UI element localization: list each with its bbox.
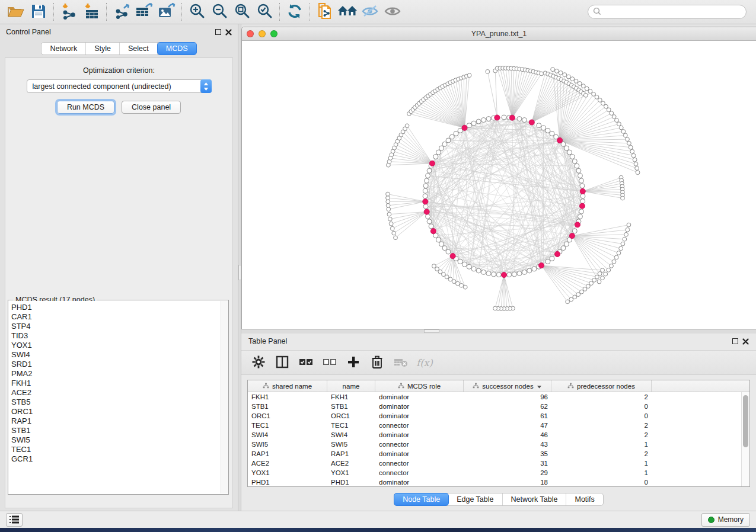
network-node[interactable] xyxy=(442,142,447,146)
network-node[interactable] xyxy=(458,259,462,264)
cell-successor-nodes[interactable]: 61 xyxy=(464,412,551,419)
network-node[interactable] xyxy=(429,224,433,229)
network-node[interactable] xyxy=(578,174,582,178)
network-node[interactable] xyxy=(486,117,491,121)
search-box[interactable] xyxy=(588,5,747,19)
mcds-result-item[interactable]: YOX1 xyxy=(11,341,221,350)
network-node[interactable] xyxy=(426,214,430,219)
network-node[interactable] xyxy=(427,168,432,173)
dominator-node[interactable] xyxy=(554,251,560,257)
network-node[interactable] xyxy=(439,146,444,150)
tab-edge-table[interactable]: Edge Table xyxy=(448,493,502,505)
dominator-node[interactable] xyxy=(557,137,562,143)
network-node[interactable] xyxy=(572,159,577,164)
cell-predecessor-nodes[interactable]: 2 xyxy=(551,431,652,438)
tab-network-table[interactable]: Network Table xyxy=(503,493,567,505)
mcds-result-item[interactable]: ORC1 xyxy=(11,407,221,416)
export-image-button[interactable] xyxy=(155,2,178,22)
network-node[interactable] xyxy=(580,184,585,188)
cell-predecessor-nodes[interactable]: 2 xyxy=(551,422,652,429)
split-view-button[interactable] xyxy=(275,355,290,370)
tab-node-table[interactable]: Node Table xyxy=(394,493,449,506)
table-row[interactable]: YOX1YOX1connector291 xyxy=(248,468,741,477)
network-node[interactable] xyxy=(572,229,577,233)
dominator-node[interactable] xyxy=(538,263,544,268)
table-row[interactable]: SWI4SWI4dominator462 xyxy=(248,430,741,440)
table-scrollbar[interactable] xyxy=(741,392,749,486)
tab-style[interactable]: Style xyxy=(86,43,120,55)
mcds-result-item[interactable]: SWI5 xyxy=(11,435,221,445)
zoom-selected-button[interactable] xyxy=(253,2,276,22)
cell-shared-name[interactable]: SWI5 xyxy=(248,441,327,448)
network-window-titlebar[interactable]: YPA_prune.txt_1 xyxy=(242,27,756,41)
mcds-result-item[interactable]: TEC1 xyxy=(11,445,221,454)
network-node[interactable] xyxy=(546,259,550,264)
cell-predecessor-nodes[interactable]: 1 xyxy=(551,469,652,476)
zoom-out-button[interactable] xyxy=(208,2,231,22)
column-header-name[interactable]: name xyxy=(327,380,375,392)
dominator-node[interactable] xyxy=(569,233,575,239)
network-node[interactable] xyxy=(580,194,585,198)
mcds-result-item[interactable]: SRD1 xyxy=(11,360,221,369)
table-scrollbar-thumb[interactable] xyxy=(743,395,748,447)
cell-predecessor-nodes[interactable]: 0 xyxy=(551,479,652,486)
network-node[interactable] xyxy=(436,238,441,242)
network-node[interactable] xyxy=(578,214,582,219)
network-node[interactable] xyxy=(564,146,569,150)
zoom-fit-button[interactable] xyxy=(231,2,253,22)
network-node[interactable] xyxy=(579,209,583,214)
network-node[interactable] xyxy=(576,168,581,173)
cell-name[interactable]: TEC1 xyxy=(327,422,375,429)
network-node[interactable] xyxy=(467,264,471,269)
mcds-result-item[interactable]: STB5 xyxy=(11,398,221,407)
cell-successor-nodes[interactable]: 43 xyxy=(464,441,551,448)
search-input[interactable] xyxy=(604,8,741,16)
save-session-button[interactable] xyxy=(27,2,50,22)
network-node[interactable] xyxy=(564,242,569,246)
network-node[interactable] xyxy=(575,164,579,168)
mcds-result-item[interactable]: STP4 xyxy=(11,322,221,331)
maximize-window-button[interactable] xyxy=(270,30,277,37)
cell-MCDS-role[interactable]: dominator xyxy=(375,412,464,419)
deselect-all-button[interactable] xyxy=(322,355,337,370)
network-node[interactable] xyxy=(446,249,451,254)
network-node[interactable] xyxy=(486,271,491,275)
first-neighbors-button[interactable] xyxy=(336,2,359,22)
network-node[interactable] xyxy=(436,150,441,155)
column-header-successor-nodes[interactable]: successor nodes xyxy=(464,380,551,392)
mcds-result-item[interactable]: STB1 xyxy=(11,426,221,435)
network-node[interactable] xyxy=(433,155,438,159)
network-node[interactable] xyxy=(537,123,541,128)
cell-predecessor-nodes[interactable]: 2 xyxy=(551,450,652,457)
network-node[interactable] xyxy=(541,126,546,130)
export-table-button[interactable] xyxy=(133,2,155,22)
network-graph[interactable] xyxy=(242,41,756,329)
network-node[interactable] xyxy=(471,267,476,271)
cell-MCDS-role[interactable]: dominator xyxy=(375,403,464,410)
network-node[interactable] xyxy=(496,273,501,277)
cell-name[interactable]: RAP1 xyxy=(327,450,375,457)
float-panel-icon[interactable] xyxy=(215,29,221,35)
cell-MCDS-role[interactable]: dominator xyxy=(375,431,464,438)
network-node[interactable] xyxy=(517,117,522,121)
table-options-gear-button[interactable] xyxy=(251,355,266,370)
network-node[interactable] xyxy=(522,270,527,274)
network-node[interactable] xyxy=(476,268,481,273)
network-node[interactable] xyxy=(471,121,476,126)
table-row[interactable]: ACE2ACE2connector311 xyxy=(248,459,741,468)
network-node[interactable] xyxy=(550,257,554,261)
cell-shared-name[interactable]: RAP1 xyxy=(248,450,327,457)
close-table-panel-icon[interactable] xyxy=(742,338,749,345)
cell-successor-nodes[interactable]: 29 xyxy=(464,469,551,476)
delete-column-button[interactable] xyxy=(369,355,385,370)
show-all-button[interactable] xyxy=(381,2,404,22)
dominator-node[interactable] xyxy=(529,120,534,125)
mcds-result-item[interactable]: PMA2 xyxy=(11,369,221,379)
network-node[interactable] xyxy=(492,272,496,277)
dominator-node[interactable] xyxy=(430,229,436,234)
network-node[interactable] xyxy=(550,131,554,136)
column-header-shared-name[interactable]: shared name xyxy=(248,380,327,392)
dominator-node[interactable] xyxy=(501,272,506,277)
dominator-node[interactable] xyxy=(579,203,585,209)
close-panel-icon[interactable] xyxy=(225,29,232,36)
